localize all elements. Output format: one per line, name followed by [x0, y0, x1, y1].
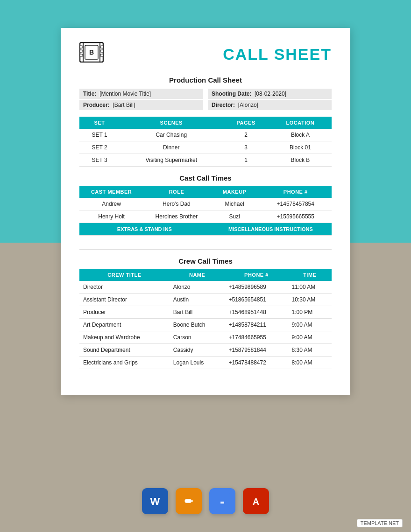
- title-value: [Mention Movie Title]: [99, 91, 151, 97]
- shooting-date-label: Shooting Date:: [212, 91, 251, 97]
- pages-icon[interactable]: ✏: [176, 488, 202, 514]
- word-icon[interactable]: W: [142, 488, 168, 514]
- crew-phone-col-header: PHONE #: [225, 269, 288, 281]
- crew-name-cell: Austin: [170, 294, 225, 306]
- pages-cell: 3: [223, 141, 269, 154]
- crew-name-cell: Boone Butch: [170, 319, 225, 331]
- misc-label: MISCELLANEOUS INSTRUCTIONS: [210, 223, 332, 236]
- extras-label: EXTRAS & STAND INS: [79, 223, 210, 236]
- pages-cell: 1: [223, 154, 269, 167]
- pages-cell: 2: [223, 129, 269, 141]
- table-row: Art Department Boone Butch +14858784211 …: [79, 319, 332, 331]
- crew-phone-cell: +17484665955: [225, 331, 288, 344]
- svg-rect-1: [83, 42, 84, 62]
- crew-time-cell: 10:30 AM: [288, 294, 332, 306]
- scenes-cell: Visiting Supermarket: [120, 154, 223, 167]
- crew-phone-cell: +15879581844: [225, 344, 288, 357]
- pages-col-header: PAGES: [223, 117, 269, 129]
- svg-rect-9: [100, 50, 103, 52]
- crew-phone-cell: +14858784211: [225, 319, 288, 331]
- table-row: SET 3 Visiting Supermarket 1 Block B: [79, 154, 332, 167]
- location-cell: Block A: [269, 129, 332, 141]
- table-row: Assistant Director Austin +51865654851 1…: [79, 294, 332, 306]
- makeup-cell: Suzi: [210, 210, 260, 223]
- call-sheet-title: CALL SHEET: [223, 45, 332, 63]
- svg-rect-5: [80, 46, 83, 48]
- extras-blank-row: [79, 236, 332, 250]
- director-label: Director:: [212, 102, 235, 108]
- crew-time-cell: 9:00 AM: [288, 319, 332, 331]
- title-cell: Title: [Mention Movie Title]: [79, 89, 203, 99]
- table-row: Sound Department Cassidy +15879581844 8:…: [79, 344, 332, 357]
- svg-text:B: B: [89, 49, 94, 56]
- role-cell: Hero's Dad: [143, 198, 210, 210]
- cast-member-cell: Henry Holt: [79, 210, 143, 223]
- watermark: TEMPLATE.NET: [357, 519, 403, 527]
- svg-rect-10: [100, 54, 103, 56]
- scenes-cell: Dinner: [120, 141, 223, 154]
- production-info: Title: [Mention Movie Title] Shooting Da…: [79, 89, 332, 110]
- producer-label: Producer:: [83, 102, 110, 108]
- phone-col-header: PHONE #: [260, 186, 332, 198]
- location-col-header: LOCATION: [269, 117, 332, 129]
- cast-table: CAST MEMBER ROLE MAKEUP PHONE # Andrew H…: [79, 186, 332, 250]
- svg-rect-2: [99, 42, 100, 62]
- pdf-icon[interactable]: A: [243, 488, 269, 514]
- role-cell: Heroines Brother: [143, 210, 210, 223]
- cast-table-header-row: CAST MEMBER ROLE MAKEUP PHONE #: [79, 186, 332, 198]
- location-cell: Block 01: [269, 141, 332, 154]
- crew-table: CREW TITLE NAME PHONE # TIME Director Al…: [79, 269, 332, 369]
- scenes-col-header: SCENES: [120, 117, 223, 129]
- set-cell: SET 3: [79, 154, 120, 167]
- production-section-title: Production Call Sheet: [79, 76, 332, 84]
- table-row: SET 2 Dinner 3 Block 01: [79, 141, 332, 154]
- crew-name-cell: Logan Louis: [170, 357, 225, 369]
- shooting-date-value: [08-02-2020]: [255, 91, 286, 97]
- crew-title-cell: Producer: [79, 306, 170, 319]
- cast-member-col-header: CAST MEMBER: [79, 186, 143, 198]
- crew-title-cell: Assistant Director: [79, 294, 170, 306]
- svg-text:≡: ≡: [220, 498, 224, 506]
- extras-blank: [79, 236, 332, 250]
- crew-section-title: Crew Call Times: [79, 257, 332, 265]
- set-table-header-row: SET SCENES PAGES LOCATION: [79, 117, 332, 129]
- set-cell: SET 1: [79, 129, 120, 141]
- crew-title-col-header: CREW TITLE: [79, 269, 170, 281]
- extras-row: EXTRAS & STAND INS MISCELLANEOUS INSTRUC…: [79, 223, 332, 236]
- cast-member-cell: Andrew: [79, 198, 143, 210]
- crew-time-cell: 11:00 AM: [288, 281, 332, 294]
- table-row: Henry Holt Heroines Brother Suzi +155956…: [79, 210, 332, 223]
- director-value: [Alonzo]: [238, 102, 258, 108]
- crew-time-cell: 8:00 AM: [288, 357, 332, 369]
- document-header: B CALL SHEET: [79, 42, 332, 67]
- crew-title-cell: Sound Department: [79, 344, 170, 357]
- crew-name-cell: Cassidy: [170, 344, 225, 357]
- scenes-cell: Car Chasing: [120, 129, 223, 141]
- set-col-header: SET: [79, 117, 120, 129]
- crew-title-cell: Makeup and Wardrobe: [79, 331, 170, 344]
- crew-phone-cell: +15478488472: [225, 357, 288, 369]
- crew-time-cell: 1:00 PM: [288, 306, 332, 319]
- makeup-cell: Michael: [210, 198, 260, 210]
- crew-time-col-header: TIME: [288, 269, 332, 281]
- crew-phone-cell: +51865654851: [225, 294, 288, 306]
- svg-rect-8: [100, 46, 103, 48]
- crew-time-cell: 8:30 AM: [288, 344, 332, 357]
- table-row: Producer Bart Bill +15468951448 1:00 PM: [79, 306, 332, 319]
- svg-text:W: W: [150, 496, 160, 507]
- crew-name-col-header: NAME: [170, 269, 225, 281]
- phone-cell: +15595665555: [260, 210, 332, 223]
- crew-phone-cell: +15468951448: [225, 306, 288, 319]
- table-row: Makeup and Wardrobe Carson +17484665955 …: [79, 331, 332, 344]
- cast-section-title: Cast Call Times: [79, 174, 332, 182]
- docs-icon[interactable]: ≡: [209, 488, 235, 514]
- title-label: Title:: [83, 91, 96, 97]
- table-row: SET 1 Car Chasing 2 Block A: [79, 129, 332, 141]
- phone-cell: +14578457854: [260, 198, 332, 210]
- table-row: Andrew Hero's Dad Michael +14578457854: [79, 198, 332, 210]
- set-cell: SET 2: [79, 141, 120, 154]
- film-icon: B: [79, 42, 104, 67]
- crew-name-cell: Carson: [170, 331, 225, 344]
- director-cell: Director: [Alonzo]: [208, 100, 332, 110]
- bottom-icons: W ✏ ≡ A: [142, 488, 269, 514]
